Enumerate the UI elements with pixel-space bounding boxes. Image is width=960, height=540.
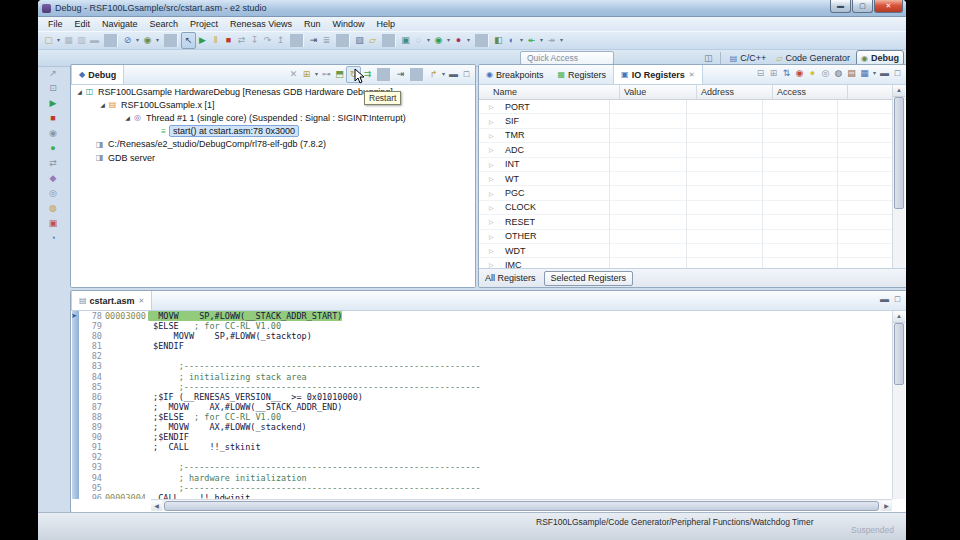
view-menu-icon[interactable]: ▾ — [871, 66, 878, 81]
filter-icon[interactable]: ◍ — [832, 66, 845, 81]
compare-dropdown-icon[interactable]: ▾ — [518, 33, 525, 48]
perspective-cpp[interactable]: ▤C/C++ — [726, 51, 771, 65]
register-row[interactable]: CLOCK — [479, 201, 906, 215]
row-expander-icon[interactable] — [489, 146, 499, 153]
new-dropdown-icon[interactable]: ▾ — [55, 33, 62, 48]
quick-access-input[interactable]: Quick Access — [520, 51, 614, 65]
record-icon[interactable]: ◉ — [793, 66, 806, 81]
line-number[interactable]: 78 — [80, 311, 105, 321]
back-dropdown-icon[interactable]: ▾ — [538, 33, 545, 48]
save-icon[interactable]: ▦ — [62, 33, 75, 48]
io-shortcut-icon[interactable]: ▣ — [44, 216, 62, 231]
scrollbar-thumb[interactable] — [894, 323, 904, 385]
scrollbar-thumb[interactable] — [164, 501, 879, 511]
new-source-icon[interactable]: ▨ — [353, 33, 366, 48]
save-registers-icon[interactable]: ▦ — [858, 66, 871, 81]
tree-item-gdb-server[interactable]: ◨ GDB server — [71, 151, 475, 164]
column-header-access[interactable]: Access — [773, 85, 848, 99]
line-number[interactable]: 94 — [80, 473, 105, 483]
scroll-up-icon[interactable]: ▲ — [893, 85, 905, 97]
new-icon[interactable]: ▢ — [42, 33, 55, 48]
memory-shortcut-icon[interactable]: ◍ — [44, 201, 62, 216]
bottom-tab-selected-registers[interactable]: Selected Registers — [544, 271, 634, 286]
profile-dropdown-icon[interactable]: ▾ — [465, 33, 472, 48]
expand-all-icon[interactable]: ⊞ — [767, 66, 780, 81]
scroll-left-icon[interactable]: ◀ — [151, 501, 162, 511]
view-menu-icon[interactable]: ▾ — [440, 67, 447, 82]
compare-icon[interactable]: ◐ — [505, 33, 518, 48]
code-line[interactable]: 83 ;------------------------------------… — [80, 361, 892, 371]
step-shortcut-icon[interactable]: ◉ — [44, 126, 62, 141]
code-line[interactable]: 80 MOVW SP,#LOWW(_stacktop) — [80, 331, 892, 341]
step-into-icon[interactable]: ↧ — [248, 33, 261, 48]
toolbar-icon[interactable] — [382, 34, 396, 47]
run-dropdown-icon[interactable]: ▾ — [445, 33, 452, 48]
code-line[interactable]: 84 ; initializing stack area — [80, 372, 892, 382]
column-header-address[interactable]: Address — [697, 85, 773, 99]
line-number[interactable]: 83 — [80, 361, 105, 371]
close-tab-icon[interactable]: ✕ — [139, 297, 145, 305]
line-number[interactable]: 84 — [80, 372, 105, 382]
menu-item[interactable]: Renesas Views — [224, 17, 298, 31]
code-line[interactable]: 95 ;------------------------------------… — [80, 483, 892, 493]
register-row[interactable]: WT — [479, 172, 906, 186]
menu-item[interactable]: Edit — [69, 17, 97, 31]
line-number[interactable]: 88 — [80, 412, 105, 422]
remove-all-terminated-icon[interactable]: ✕ — [287, 67, 300, 82]
minimize-window-button[interactable]: ▬ — [830, 0, 851, 13]
step-return-icon[interactable]: ↥ — [274, 33, 287, 48]
code-generator-icon[interactable]: ▱ — [366, 33, 379, 48]
register-row[interactable]: ADC — [479, 143, 906, 157]
refresh-icon[interactable]: ⇅ — [780, 66, 793, 81]
scroll-right-icon[interactable]: ▶ — [881, 501, 892, 511]
editor-annotation-ruler[interactable] — [72, 311, 79, 499]
pointer-tool-icon[interactable]: ↖ — [181, 32, 196, 49]
tab-breakpoints[interactable]: ◉ Breakpoints — [479, 65, 551, 84]
menu-item[interactable]: Search — [144, 17, 185, 31]
line-number[interactable]: 90 — [80, 432, 105, 442]
editor-code-area[interactable]: 78 00003000 MOVW SP,#LOWW(__STACK_ADDR_S… — [80, 311, 892, 499]
row-expander-icon[interactable] — [489, 175, 499, 182]
menu-item[interactable]: Run — [298, 17, 327, 31]
code-line[interactable]: 79 $ELSE ; for CC-RL V1.00 — [80, 321, 892, 331]
target-shortcut-icon[interactable]: ◎ — [44, 186, 62, 201]
resume-shortcut-icon[interactable]: ▶ — [44, 96, 62, 111]
scrollbar-thumb[interactable] — [894, 97, 904, 209]
terminate-shortcut-icon[interactable]: ■ — [44, 111, 62, 126]
fast-view-icon[interactable]: ↗ — [44, 66, 62, 81]
terminate-icon[interactable]: ■ — [222, 33, 235, 48]
column-header-name[interactable]: Name — [479, 85, 620, 99]
minimize-icon[interactable]: ▬ — [878, 292, 891, 307]
run-last-icon[interactable]: ◉ — [432, 33, 445, 48]
code-line[interactable]: 90 ;$ENDIF — [80, 432, 892, 442]
row-expander-icon[interactable] — [489, 103, 499, 110]
editor-vertical-scrollbar[interactable]: ▲ — [892, 311, 905, 499]
load-symbols-icon[interactable]: ⬒ — [333, 67, 346, 82]
switch-shortcut-icon[interactable]: ⇄ — [44, 156, 62, 171]
tab-cstart-asm[interactable]: ▤ cstart.asm ✕ — [71, 291, 152, 310]
instruction-stepping-icon[interactable]: ≣ — [320, 33, 333, 48]
menu-item[interactable]: Help — [371, 17, 402, 31]
profile-icon[interactable]: ● — [452, 33, 465, 48]
line-number[interactable]: 91 — [80, 442, 105, 452]
line-number[interactable]: 80 — [80, 331, 105, 341]
clear-icon[interactable]: ◎ — [819, 66, 832, 81]
register-row[interactable]: WDT — [479, 244, 906, 258]
code-line[interactable]: 78 00003000 MOVW SP,#LOWW(__STACK_ADDR_S… — [80, 311, 892, 321]
line-number[interactable]: 81 — [80, 341, 105, 351]
line-number[interactable]: 86 — [80, 392, 105, 402]
maximize-icon[interactable]: □ — [460, 67, 473, 82]
connect-icon[interactable]: ⊶ — [320, 67, 333, 82]
row-expander-icon[interactable] — [489, 218, 499, 225]
menu-item[interactable]: Project — [184, 17, 224, 31]
line-number[interactable]: 96 — [80, 493, 105, 499]
code-line[interactable]: 94 ; hardware initialization — [80, 473, 892, 483]
tree-item-executable[interactable]: ◢ ▤ RSF100LGsample.x [1] — [71, 98, 475, 111]
row-expander-icon[interactable] — [489, 247, 499, 254]
highlight-changes-icon[interactable]: ● — [806, 66, 819, 81]
debug-config-icon[interactable]: ◉ — [141, 33, 154, 48]
toolbar-icon[interactable] — [164, 34, 178, 47]
register-row[interactable]: TMR — [479, 129, 906, 143]
row-expander-icon[interactable] — [489, 118, 499, 125]
code-line[interactable]: 89 ; MOVW AX,#LOWW(_stackend) — [80, 422, 892, 432]
